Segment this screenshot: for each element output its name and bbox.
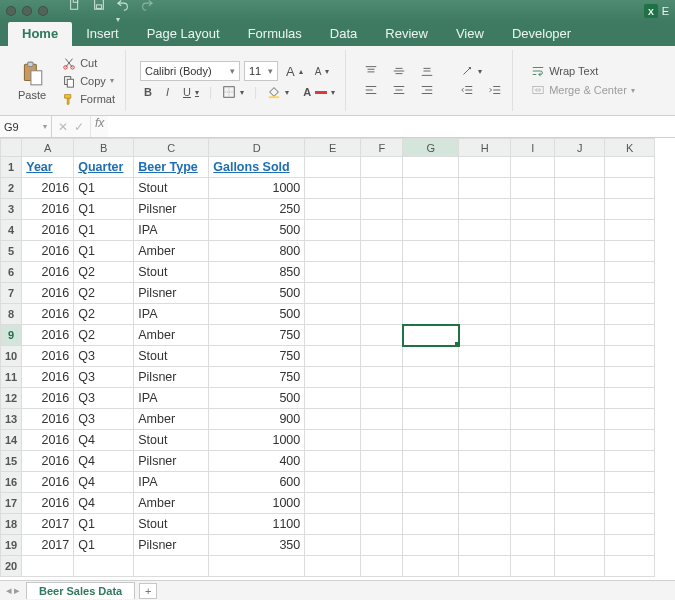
cell[interactable] xyxy=(361,451,403,472)
cell[interactable] xyxy=(459,346,511,367)
cell[interactable] xyxy=(511,220,555,241)
cell[interactable]: 2016 xyxy=(22,241,74,262)
cell[interactable]: Q3 xyxy=(74,409,134,430)
col-header[interactable]: E xyxy=(305,139,361,157)
tab-insert[interactable]: Insert xyxy=(72,22,133,46)
row-header[interactable]: 16 xyxy=(1,472,22,493)
orientation-button[interactable]: ▾ xyxy=(456,63,486,79)
cell[interactable] xyxy=(605,472,655,493)
cell[interactable] xyxy=(605,262,655,283)
cell[interactable] xyxy=(511,262,555,283)
cell[interactable]: 2016 xyxy=(22,493,74,514)
cell[interactable] xyxy=(459,325,511,346)
cell[interactable]: Q2 xyxy=(74,283,134,304)
cell[interactable]: 600 xyxy=(209,472,305,493)
cell[interactable]: IPA xyxy=(134,220,209,241)
cell[interactable]: 2016 xyxy=(22,367,74,388)
cell[interactable] xyxy=(361,262,403,283)
row-header[interactable]: 6 xyxy=(1,262,22,283)
row-header[interactable]: 8 xyxy=(1,304,22,325)
bold-button[interactable]: B xyxy=(140,85,156,99)
cell[interactable] xyxy=(209,556,305,577)
row-header[interactable]: 14 xyxy=(1,430,22,451)
cell[interactable] xyxy=(605,325,655,346)
sheet-next-icon[interactable]: ▸ xyxy=(14,584,20,597)
cell[interactable] xyxy=(305,472,361,493)
cell[interactable] xyxy=(459,241,511,262)
cell[interactable] xyxy=(555,367,605,388)
cell[interactable] xyxy=(511,367,555,388)
col-header[interactable]: H xyxy=(459,139,511,157)
cell[interactable] xyxy=(305,388,361,409)
col-header[interactable]: C xyxy=(134,139,209,157)
cell[interactable]: IPA xyxy=(134,472,209,493)
cell[interactable] xyxy=(555,220,605,241)
cell[interactable] xyxy=(403,220,459,241)
cell[interactable] xyxy=(605,535,655,556)
cell[interactable] xyxy=(459,514,511,535)
cell[interactable] xyxy=(511,283,555,304)
cell[interactable] xyxy=(305,157,361,178)
cell[interactable] xyxy=(459,451,511,472)
row-header[interactable]: 9 xyxy=(1,325,22,346)
align-middle-button[interactable] xyxy=(388,63,410,79)
cell[interactable]: Year xyxy=(22,157,74,178)
cell[interactable]: 400 xyxy=(209,451,305,472)
cell[interactable]: Q1 xyxy=(74,178,134,199)
cell[interactable] xyxy=(134,556,209,577)
cell[interactable] xyxy=(511,304,555,325)
row-header[interactable]: 10 xyxy=(1,346,22,367)
cell[interactable]: 2016 xyxy=(22,346,74,367)
cell[interactable] xyxy=(511,178,555,199)
cell[interactable]: 500 xyxy=(209,283,305,304)
align-right-button[interactable] xyxy=(416,82,438,98)
cell[interactable]: 2017 xyxy=(22,514,74,535)
cell[interactable] xyxy=(403,199,459,220)
cell[interactable]: Stout xyxy=(134,262,209,283)
cell[interactable] xyxy=(361,157,403,178)
cell[interactable] xyxy=(361,388,403,409)
cell[interactable] xyxy=(605,241,655,262)
cell[interactable] xyxy=(605,157,655,178)
row-header[interactable]: 12 xyxy=(1,388,22,409)
cell[interactable]: 800 xyxy=(209,241,305,262)
cell[interactable]: 2016 xyxy=(22,178,74,199)
cell[interactable] xyxy=(605,199,655,220)
cell[interactable] xyxy=(511,430,555,451)
cell[interactable] xyxy=(511,409,555,430)
cell[interactable] xyxy=(511,472,555,493)
cell[interactable] xyxy=(403,409,459,430)
zoom-icon[interactable] xyxy=(38,6,48,16)
cell[interactable]: 2016 xyxy=(22,451,74,472)
doc-icon[interactable] xyxy=(68,0,82,25)
cell[interactable] xyxy=(511,388,555,409)
cell[interactable] xyxy=(605,409,655,430)
cell[interactable]: 2016 xyxy=(22,430,74,451)
cell[interactable] xyxy=(555,430,605,451)
cell[interactable] xyxy=(605,430,655,451)
row-header[interactable]: 19 xyxy=(1,535,22,556)
row-header[interactable]: 11 xyxy=(1,367,22,388)
cell[interactable] xyxy=(305,199,361,220)
col-header[interactable]: G xyxy=(403,139,459,157)
cell[interactable] xyxy=(459,262,511,283)
copy-button[interactable]: Copy▾ xyxy=(58,73,119,89)
cell[interactable] xyxy=(361,199,403,220)
format-painter-button[interactable]: Format xyxy=(58,91,119,107)
close-icon[interactable] xyxy=(6,6,16,16)
cell[interactable] xyxy=(361,241,403,262)
cell[interactable] xyxy=(459,388,511,409)
cell[interactable] xyxy=(555,388,605,409)
cell[interactable] xyxy=(459,157,511,178)
row-header[interactable]: 1 xyxy=(1,157,22,178)
increase-font-button[interactable]: A▴ xyxy=(282,63,307,80)
cell[interactable] xyxy=(555,325,605,346)
cell[interactable]: Q4 xyxy=(74,430,134,451)
cell[interactable] xyxy=(555,178,605,199)
cell[interactable]: 500 xyxy=(209,220,305,241)
paste-button[interactable]: Paste xyxy=(12,59,52,103)
name-box[interactable]: G9 xyxy=(0,116,52,137)
cell[interactable] xyxy=(403,535,459,556)
cell[interactable]: 750 xyxy=(209,346,305,367)
cell[interactable] xyxy=(403,157,459,178)
